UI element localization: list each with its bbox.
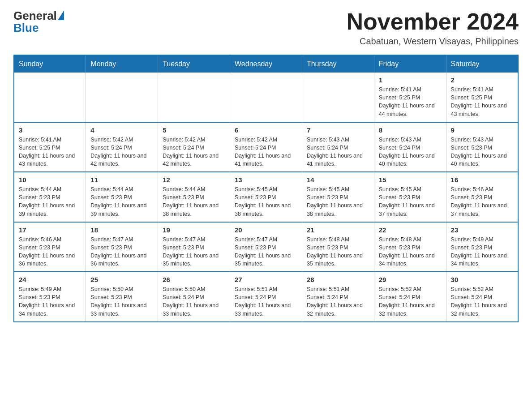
day-number: 4 [90,126,153,134]
day-info: Sunrise: 5:52 AMSunset: 5:24 PMDaylight:… [451,285,513,318]
day-number: 8 [379,126,442,134]
calendar-cell: 8Sunrise: 5:43 AMSunset: 5:24 PMDaylight… [374,122,446,172]
calendar-cell: 24Sunrise: 5:49 AMSunset: 5:23 PMDayligh… [14,272,86,322]
month-title: November 2024 [347,9,519,34]
weekday-header-sunday: Sunday [14,55,86,73]
calendar-cell: 1Sunrise: 5:41 AMSunset: 5:25 PMDaylight… [374,73,446,122]
calendar-cell: 20Sunrise: 5:47 AMSunset: 5:23 PMDayligh… [230,222,302,272]
day-info: Sunrise: 5:43 AMSunset: 5:23 PMDaylight:… [451,136,513,168]
weekday-header-wednesday: Wednesday [230,55,302,73]
day-number: 23 [451,226,513,234]
calendar-cell: 21Sunrise: 5:48 AMSunset: 5:23 PMDayligh… [302,222,374,272]
day-number: 3 [19,126,81,134]
day-info: Sunrise: 5:51 AMSunset: 5:24 PMDaylight:… [307,285,369,318]
week-row-3: 10Sunrise: 5:44 AMSunset: 5:23 PMDayligh… [14,172,518,222]
day-info: Sunrise: 5:50 AMSunset: 5:24 PMDaylight:… [163,285,225,318]
day-number: 9 [451,126,513,134]
calendar-cell: 3Sunrise: 5:41 AMSunset: 5:25 PMDaylight… [14,122,86,172]
day-info: Sunrise: 5:52 AMSunset: 5:24 PMDaylight:… [379,285,442,318]
calendar-cell: 5Sunrise: 5:42 AMSunset: 5:24 PMDaylight… [158,122,230,172]
calendar-cell: 22Sunrise: 5:48 AMSunset: 5:23 PMDayligh… [374,222,446,272]
day-info: Sunrise: 5:44 AMSunset: 5:23 PMDaylight:… [19,185,81,218]
weekday-header-tuesday: Tuesday [158,55,230,73]
calendar-cell: 6Sunrise: 5:42 AMSunset: 5:24 PMDaylight… [230,122,302,172]
weekday-header-monday: Monday [86,55,158,73]
day-number: 15 [379,176,442,184]
day-info: Sunrise: 5:46 AMSunset: 5:23 PMDaylight:… [19,235,81,268]
calendar-header: SundayMondayTuesdayWednesdayThursdayFrid… [14,55,518,73]
day-number: 22 [379,226,442,234]
day-number: 24 [19,276,81,283]
day-number: 25 [90,276,153,283]
calendar-cell [14,73,86,122]
calendar-cell: 18Sunrise: 5:47 AMSunset: 5:23 PMDayligh… [86,222,158,272]
day-info: Sunrise: 5:42 AMSunset: 5:24 PMDaylight:… [90,136,153,168]
day-number: 26 [163,276,225,283]
calendar-cell: 23Sunrise: 5:49 AMSunset: 5:23 PMDayligh… [446,222,518,272]
day-info: Sunrise: 5:45 AMSunset: 5:23 PMDaylight:… [307,185,369,218]
calendar-cell: 30Sunrise: 5:52 AMSunset: 5:24 PMDayligh… [446,272,518,322]
calendar-cell [86,73,158,122]
day-info: Sunrise: 5:43 AMSunset: 5:24 PMDaylight:… [307,136,369,168]
day-number: 6 [235,126,297,134]
week-row-2: 3Sunrise: 5:41 AMSunset: 5:25 PMDaylight… [14,122,518,172]
calendar-cell: 26Sunrise: 5:50 AMSunset: 5:24 PMDayligh… [158,272,230,322]
weekday-header-saturday: Saturday [446,55,518,73]
day-info: Sunrise: 5:47 AMSunset: 5:23 PMDaylight:… [163,235,225,268]
day-info: Sunrise: 5:49 AMSunset: 5:23 PMDaylight:… [19,285,81,318]
day-number: 1 [379,76,442,84]
calendar-cell: 12Sunrise: 5:44 AMSunset: 5:23 PMDayligh… [158,172,230,222]
calendar-cell: 17Sunrise: 5:46 AMSunset: 5:23 PMDayligh… [14,222,86,272]
logo-triangle-icon [58,10,64,20]
day-number: 30 [451,276,513,283]
calendar-cell: 4Sunrise: 5:42 AMSunset: 5:24 PMDaylight… [86,122,158,172]
day-info: Sunrise: 5:44 AMSunset: 5:23 PMDaylight:… [90,185,153,218]
day-info: Sunrise: 5:49 AMSunset: 5:23 PMDaylight:… [451,235,513,268]
day-number: 21 [307,226,369,234]
calendar-cell: 11Sunrise: 5:44 AMSunset: 5:23 PMDayligh… [86,172,158,222]
day-number: 5 [163,126,225,134]
day-info: Sunrise: 5:45 AMSunset: 5:23 PMDaylight:… [235,185,297,218]
day-info: Sunrise: 5:48 AMSunset: 5:23 PMDaylight:… [307,235,369,268]
calendar-cell: 16Sunrise: 5:46 AMSunset: 5:23 PMDayligh… [446,172,518,222]
day-number: 13 [235,176,297,184]
calendar-cell: 25Sunrise: 5:50 AMSunset: 5:23 PMDayligh… [86,272,158,322]
calendar-cell: 7Sunrise: 5:43 AMSunset: 5:24 PMDaylight… [302,122,374,172]
day-number: 18 [90,226,153,234]
week-row-4: 17Sunrise: 5:46 AMSunset: 5:23 PMDayligh… [14,222,518,272]
calendar-cell [158,73,230,122]
day-number: 29 [379,276,442,283]
calendar-cell [302,73,374,122]
day-info: Sunrise: 5:50 AMSunset: 5:23 PMDaylight:… [90,285,153,318]
calendar-cell: 29Sunrise: 5:52 AMSunset: 5:24 PMDayligh… [374,272,446,322]
calendar-body: 1Sunrise: 5:41 AMSunset: 5:25 PMDaylight… [14,73,518,322]
day-number: 27 [235,276,297,283]
day-info: Sunrise: 5:47 AMSunset: 5:23 PMDaylight:… [90,235,153,268]
days-of-week-row: SundayMondayTuesdayWednesdayThursdayFrid… [14,55,518,73]
day-info: Sunrise: 5:44 AMSunset: 5:23 PMDaylight:… [163,185,225,218]
day-number: 12 [163,176,225,184]
day-number: 14 [307,176,369,184]
day-info: Sunrise: 5:43 AMSunset: 5:24 PMDaylight:… [379,136,442,168]
calendar-cell: 27Sunrise: 5:51 AMSunset: 5:24 PMDayligh… [230,272,302,322]
day-info: Sunrise: 5:47 AMSunset: 5:23 PMDaylight:… [235,235,297,268]
day-info: Sunrise: 5:45 AMSunset: 5:23 PMDaylight:… [379,185,442,218]
calendar-cell: 14Sunrise: 5:45 AMSunset: 5:23 PMDayligh… [302,172,374,222]
logo: General Blue [13,9,64,35]
weekday-header-thursday: Thursday [302,55,374,73]
calendar-cell: 2Sunrise: 5:41 AMSunset: 5:25 PMDaylight… [446,73,518,122]
day-info: Sunrise: 5:46 AMSunset: 5:23 PMDaylight:… [451,185,513,218]
week-row-1: 1Sunrise: 5:41 AMSunset: 5:25 PMDaylight… [14,73,518,122]
day-number: 7 [307,126,369,134]
day-number: 16 [451,176,513,184]
calendar-cell [230,73,302,122]
calendar-cell: 15Sunrise: 5:45 AMSunset: 5:23 PMDayligh… [374,172,446,222]
day-number: 28 [307,276,369,283]
calendar-cell: 10Sunrise: 5:44 AMSunset: 5:23 PMDayligh… [14,172,86,222]
day-info: Sunrise: 5:42 AMSunset: 5:24 PMDaylight:… [235,136,297,168]
calendar-cell: 19Sunrise: 5:47 AMSunset: 5:23 PMDayligh… [158,222,230,272]
day-info: Sunrise: 5:41 AMSunset: 5:25 PMDaylight:… [451,86,513,118]
location-subtitle: Cabatuan, Western Visayas, Philippines [347,36,519,47]
calendar-cell: 28Sunrise: 5:51 AMSunset: 5:24 PMDayligh… [302,272,374,322]
day-number: 19 [163,226,225,234]
